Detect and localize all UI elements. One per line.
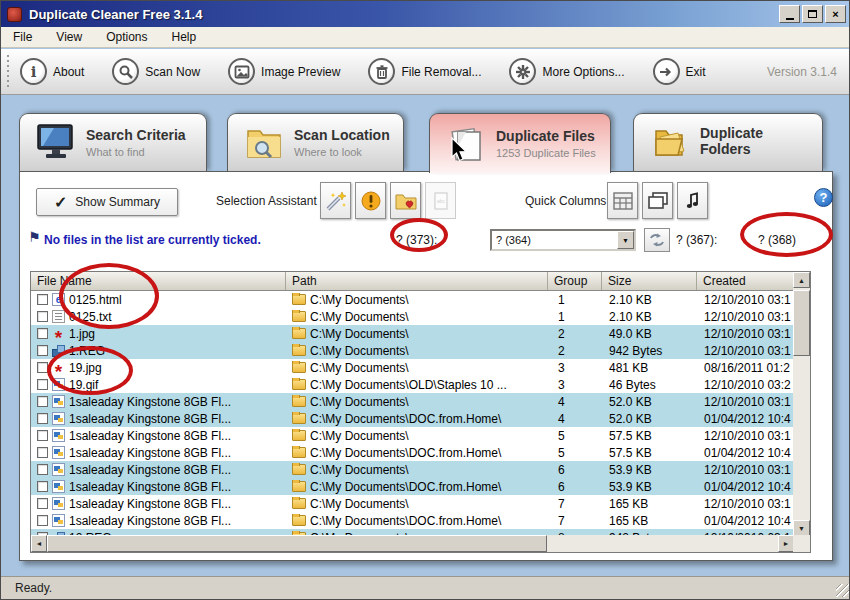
vertical-scrollbar[interactable]: ▲ ▼	[793, 272, 810, 536]
group-cell: 6	[548, 480, 602, 494]
tab-scan-location[interactable]: Scan Location Where to look	[227, 113, 404, 171]
column-file-name[interactable]: File Name	[31, 272, 286, 290]
table-row[interactable]: 1saleaday Kingstone 8GB Fl...C:\My Docum…	[31, 427, 794, 444]
file-path: C:\My Documents\DOC.from.Home\	[310, 480, 501, 494]
scroll-left-icon[interactable]: ◄	[31, 535, 47, 552]
column-created[interactable]: Created	[697, 272, 794, 290]
table-row[interactable]: 1saleaday Kingstone 8GB Fl...C:\My Docum…	[31, 495, 794, 512]
file-path: C:\My Documents\	[310, 293, 409, 307]
tab-duplicate-files[interactable]: Duplicate Files 1253 Duplicate Files	[429, 113, 611, 173]
row-checkbox[interactable]	[37, 498, 48, 509]
file-removal-button[interactable]: File Removal...	[368, 58, 481, 85]
scan-now-button[interactable]: Scan Now	[112, 58, 200, 85]
file-name: 1.REG	[69, 344, 105, 358]
size-cell: 165 KB	[602, 514, 697, 528]
about-button[interactable]: i About	[20, 58, 84, 85]
menu-options[interactable]: Options	[94, 28, 159, 46]
created-cell: 12/10/2010 03:1	[697, 463, 794, 477]
tab-search-criteria[interactable]: Search Criteria What to find	[19, 113, 207, 171]
file-path: C:\My Documents\	[310, 344, 409, 358]
menu-view[interactable]: View	[44, 28, 94, 46]
tab-duplicate-folders[interactable]: Duplicate Folders	[633, 113, 823, 171]
menu-help[interactable]: Help	[160, 28, 209, 46]
created-cell: 08/16/2011 01:2	[697, 361, 794, 375]
vertical-scroll-thumb[interactable]	[793, 290, 810, 356]
row-checkbox[interactable]	[37, 328, 48, 339]
horizontal-scroll-thumb[interactable]	[47, 535, 547, 552]
column-size[interactable]: Size	[602, 272, 697, 290]
toolbar-grip[interactable]	[7, 55, 12, 89]
file-path: C:\My Documents\	[310, 463, 409, 477]
size-cell: 52.0 KB	[602, 395, 697, 409]
scroll-down-icon[interactable]: ▼	[793, 520, 810, 536]
more-options-button[interactable]: More Options...	[509, 58, 624, 85]
row-checkbox[interactable]	[37, 413, 48, 424]
horizontal-scrollbar[interactable]: ◄ ►	[31, 535, 794, 552]
chevron-down-icon[interactable]: ▼	[617, 231, 634, 249]
grid-columns-button[interactable]	[607, 182, 638, 219]
scrollbar-corner	[793, 535, 810, 552]
row-checkbox[interactable]	[37, 447, 48, 458]
created-cell: 12/10/2010 03:1	[697, 429, 794, 443]
app-window: Duplicate Cleaner Free 3.1.4 × File View…	[0, 0, 850, 600]
selection-dropdown[interactable]: ? (364) ▼	[490, 229, 636, 251]
audio-columns-button[interactable]	[677, 182, 708, 219]
label-368: ? (368)	[758, 233, 796, 247]
row-checkbox[interactable]	[37, 515, 48, 526]
table-row[interactable]: 19.gifC:\My Documents\OLD\Staples 10 ...…	[31, 376, 794, 393]
resize-grip[interactable]	[836, 584, 849, 597]
column-group[interactable]: Group	[548, 272, 602, 290]
close-button[interactable]: ×	[825, 5, 846, 23]
help-button[interactable]: ?	[814, 188, 833, 207]
table-row[interactable]: 1.jpgC:\My Documents\249.0 KB12/10/2010 …	[31, 325, 794, 342]
row-checkbox[interactable]	[37, 311, 48, 322]
menu-file[interactable]: File	[1, 28, 44, 46]
warning-select-button[interactable]	[355, 182, 386, 219]
table-row[interactable]: 1saleaday Kingstone 8GB Fl...C:\My Docum…	[31, 410, 794, 427]
folder-icon	[292, 396, 306, 407]
file-name: 1saleaday Kingstone 8GB Fl...	[69, 412, 231, 426]
magic-wand-button[interactable]	[320, 182, 351, 219]
group-cell: 2	[548, 327, 602, 341]
flag-icon: ⚑	[28, 229, 41, 245]
row-checkbox[interactable]	[37, 379, 48, 390]
row-checkbox[interactable]	[37, 481, 48, 492]
size-cell: 57.5 KB	[602, 446, 697, 460]
image-icon	[228, 58, 255, 85]
exit-button[interactable]: Exit	[653, 58, 706, 85]
minimize-button[interactable]	[779, 5, 800, 23]
row-checkbox[interactable]	[37, 396, 48, 407]
refresh-button[interactable]	[644, 228, 670, 252]
magic-wand-icon	[325, 190, 347, 212]
table-row[interactable]: 0125.txtC:\My Documents\12.10 KB12/10/20…	[31, 308, 794, 325]
row-checkbox[interactable]	[37, 345, 48, 356]
row-checkbox[interactable]	[37, 464, 48, 475]
maximize-button[interactable]	[802, 5, 823, 23]
folder-favorites-button[interactable]	[390, 182, 421, 219]
folder-heart-icon	[395, 191, 417, 211]
group-cell: 2	[548, 344, 602, 358]
scroll-right-icon[interactable]: ►	[778, 535, 794, 552]
row-checkbox[interactable]	[37, 294, 48, 305]
folder-icon	[292, 379, 306, 390]
image-preview-button[interactable]: Image Preview	[228, 58, 340, 85]
table-row[interactable]: 0125.htmlC:\My Documents\12.10 KB12/10/2…	[31, 291, 794, 308]
row-checkbox[interactable]	[37, 362, 48, 373]
image-columns-button[interactable]	[642, 182, 673, 219]
table-row[interactable]: 1saleaday Kingstone 8GB Fl...C:\My Docum…	[31, 393, 794, 410]
table-row[interactable]: 1saleaday Kingstone 8GB Fl...C:\My Docum…	[31, 444, 794, 461]
file-name: 1saleaday Kingstone 8GB Fl...	[69, 480, 231, 494]
info-icon: i	[20, 58, 47, 85]
table-row[interactable]: 1saleaday Kingstone 8GB Fl...C:\My Docum…	[31, 512, 794, 529]
table-row[interactable]: 1saleaday Kingstone 8GB Fl...C:\My Docum…	[31, 478, 794, 495]
row-checkbox[interactable]	[37, 430, 48, 441]
scroll-up-icon[interactable]: ▲	[793, 272, 810, 288]
created-cell: 12/10/2010 03:1	[697, 395, 794, 409]
show-summary-button[interactable]: ✓ Show Summary	[36, 188, 178, 216]
main-toolbar: i About Scan Now Image Preview File Remo…	[1, 49, 850, 95]
table-row[interactable]: 1.REGC:\My Documents\2942 Bytes12/10/201…	[31, 342, 794, 359]
column-path[interactable]: Path	[286, 272, 548, 290]
size-cell: 2.10 KB	[602, 310, 697, 324]
table-row[interactable]: 19.jpgC:\My Documents\3481 KB08/16/2011 …	[31, 359, 794, 376]
table-row[interactable]: 1saleaday Kingstone 8GB Fl...C:\My Docum…	[31, 461, 794, 478]
